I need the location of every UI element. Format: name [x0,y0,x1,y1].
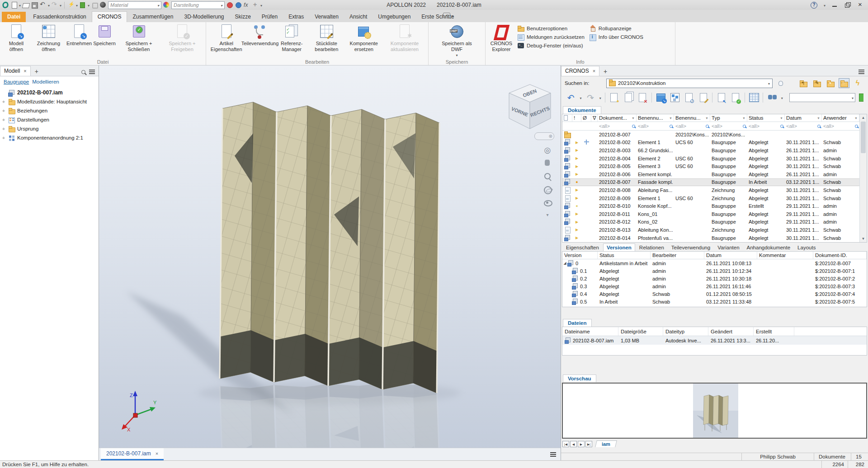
sort-icon[interactable]: ▼ [705,117,708,120]
column-header[interactable]: Kommentar [757,252,813,259]
column-header[interactable]: Typ▼ [710,114,747,122]
open-drawing-button[interactable] [670,92,680,103]
ribbon-menu-item[interactable]: Meldungen zurücksetzen [515,33,586,41]
ribbon-tab[interactable]: CRONOS [92,11,127,22]
tree-expander-icon[interactable] [1,126,6,131]
next-page-button[interactable] [578,441,585,447]
column-header[interactable]: Benennu...▼ [637,114,674,122]
browser-view-link[interactable]: Baugruppe [4,79,29,84]
table-row[interactable]: 0.3 Abgelegt admin 26.11.2021 16:11:46 $… [562,282,867,290]
column-header[interactable]: Erstellt [754,327,794,336]
column-doc-icon[interactable] [562,114,572,122]
pan-icon[interactable] [543,159,552,168]
table-row[interactable]: 0.2 Abgelegt admin 26.11.2021 10:30:18 $… [562,275,867,282]
new-file-icon[interactable] [10,1,18,9]
3d-viewport[interactable]: OBEN VORNE RECHTS ⊗ Z [99,66,561,460]
table-row[interactable]: 202102-B-008 Ableitung Fas... Zeichnung … [562,186,859,194]
column-priority[interactable]: ! [572,114,581,122]
sort-icon[interactable]: ▼ [632,117,635,120]
files-section-tab[interactable]: Dateien [563,319,592,327]
column-header[interactable]: Version [562,252,598,259]
column-header[interactable]: Status [598,252,651,259]
first-page-button[interactable] [562,441,569,447]
preview-section-tab[interactable]: Vorschau [563,374,596,382]
ribbon-tab[interactable]: Skizze [230,12,256,22]
table-row[interactable]: 202102-B-014 Pfostenfuß va... Baugruppe … [562,234,859,242]
column-header[interactable]: Dokument...▼ [598,114,637,122]
redo-dropdown-icon[interactable] [599,95,601,100]
ribbon-button[interactable]: Speichern [92,23,117,53]
quick-search-combo[interactable] [789,93,855,102]
table-row[interactable]: 202102-B-009 Element 1 USC 60 Zeichnung … [562,194,859,202]
column-header[interactable]: Dateigröße [618,327,663,336]
sort-icon[interactable]: ▼ [669,117,672,120]
filter-cell[interactable]: <all> [674,122,710,130]
minimize-button[interactable] [832,2,838,8]
sort-icon[interactable]: ▼ [742,117,745,120]
scroll-up-icon[interactable]: ▲ [860,114,867,121]
tree-expander-icon[interactable] [562,261,567,265]
undo-icon[interactable] [39,1,47,9]
document-tab-active[interactable]: 202102-B-007.iam × [101,448,164,460]
preview-document-button[interactable] [684,92,694,103]
folder-edit-button[interactable] [811,78,822,88]
cronos-explorer-button[interactable]: CRONOS Explorer [487,23,515,53]
column-header[interactable]: Datum▼ [785,114,822,122]
qat-customize-icon[interactable] [260,2,262,8]
new-file-dropdown-icon[interactable] [19,2,21,8]
ribbon-tab[interactable]: Verwalten [309,12,344,22]
close-button[interactable] [857,2,863,8]
scroll-thumb[interactable] [861,122,866,153]
quick-action-button[interactable] [852,78,863,88]
ribbon-button[interactable]: Speichern + Schließen [117,23,160,53]
render-sphere-icon[interactable] [99,1,107,9]
ribbon-tab[interactable]: Datei [2,12,26,22]
orbit-icon[interactable] [543,185,552,194]
column-header[interactable]: Benennu...▼ [674,114,710,122]
tree-root-node[interactable]: 202102-B-007.iam [1,88,98,97]
filter-cell[interactable]: <all> [710,122,747,130]
tab-cronos[interactable]: CRONOS × [561,66,599,76]
ribbon-tab[interactable]: Extras [283,12,309,22]
close-icon[interactable]: ⊗ [549,134,552,139]
table-row[interactable]: 0.1 Abgelegt admin 26.11.2021 10:12:34 $… [562,267,867,275]
column-header[interactable]: Anwender▼ [822,114,859,122]
sort-icon[interactable]: ▼ [854,117,858,120]
table-row[interactable]: 202102-B-011 Kons_01 Baugruppe Abgelegt … [562,210,859,218]
save-icon[interactable] [31,1,38,9]
view-cube[interactable]: OBEN VORNE RECHTS [503,81,557,137]
tab-modell[interactable]: Modell × [0,66,31,76]
ribbon-button[interactable]: Artikel Eigenschaften [208,23,245,53]
ribbon-button[interactable]: Zeichnung öffnen [31,23,66,53]
table-row[interactable]: 0 Artikelstamm in Arbeit admin 26.11.202… [562,259,867,267]
table-row[interactable]: 202102-B-002 Element 1 UCS 60 Baugruppe … [562,139,859,147]
ribbon-collapse-control[interactable]: ▴ [443,12,453,21]
undo-icon[interactable] [566,92,576,103]
sketch-dropdown-icon[interactable] [76,2,78,8]
ribbon-menu-item[interactable]: Debug-Fenster (ein/aus) [515,41,586,50]
preview-format-tab[interactable]: iam [595,440,617,447]
table-row[interactable]: 202102-B-004 Element 2 USC 60 Baugruppe … [562,154,859,163]
table-row[interactable]: 202102-B-007 Fassade kompl. Baugruppe In… [562,178,859,187]
new-document-button[interactable] [609,92,619,103]
folder-back-button[interactable] [798,78,809,88]
undo-dropdown-icon[interactable] [580,95,581,100]
tree-expander-icon[interactable] [1,135,6,140]
ribbon-button[interactable]: Stückliste bearbeiten [308,23,345,53]
zoom-icon[interactable] [543,172,552,181]
table-row[interactable]: 0.4 Abgelegt Schwab 01.12.2021 08:50:15 … [562,290,867,298]
ribbon-menu-item[interactable]: Rollupanzeige [587,24,645,33]
look-at-icon[interactable] [543,198,552,207]
select-dropdown-icon[interactable] [88,2,90,8]
table-row[interactable]: 202102-B-012 Kons_02 Baugruppe Abgelegt … [562,218,859,226]
parameters-fx-icon[interactable] [243,1,250,9]
find-button[interactable] [767,92,777,103]
sort-icon[interactable]: ▼ [817,117,820,120]
sort-icon[interactable]: ▼ [780,117,783,120]
ribbon-button[interactable]: Komponente ersetzen [345,23,383,53]
column-header[interactable]: Dateityp [663,327,708,336]
scroll-down-icon[interactable]: ▼ [860,235,867,242]
ribbon-button[interactable]: Teileverwendung [245,23,275,53]
filter-cell[interactable]: <all> [637,122,674,130]
redo-icon[interactable] [51,1,58,9]
